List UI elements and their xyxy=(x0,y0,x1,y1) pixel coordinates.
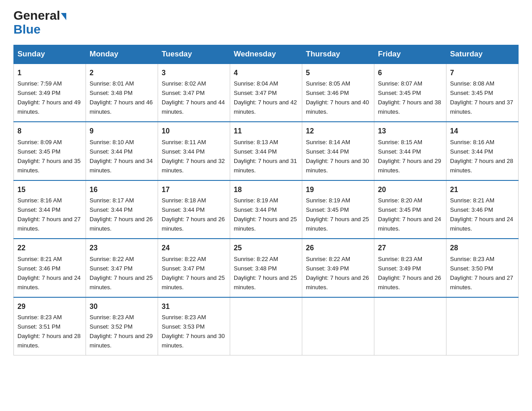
day-info: Sunrise: 8:14 AMSunset: 3:44 PMDaylight:… xyxy=(306,139,369,174)
day-number: 19 xyxy=(306,184,370,196)
day-info: Sunrise: 8:22 AMSunset: 3:48 PMDaylight:… xyxy=(234,256,297,291)
day-number: 5 xyxy=(306,68,370,79)
calendar-cell xyxy=(230,297,302,355)
logo-arrow-icon xyxy=(61,13,66,20)
day-number: 31 xyxy=(162,301,226,313)
day-number: 18 xyxy=(234,184,298,196)
weekday-header-row: SundayMondayTuesdayWednesdayThursdayFrid… xyxy=(14,45,519,64)
calendar-cell: 22 Sunrise: 8:21 AMSunset: 3:46 PMDaylig… xyxy=(14,239,86,297)
calendar-week-4: 22 Sunrise: 8:21 AMSunset: 3:46 PMDaylig… xyxy=(14,239,519,297)
weekday-header-tuesday: Tuesday xyxy=(158,45,230,64)
day-number: 26 xyxy=(306,243,370,254)
calendar-cell: 31 Sunrise: 8:23 AMSunset: 3:53 PMDaylig… xyxy=(158,297,230,355)
day-number: 6 xyxy=(378,68,442,79)
day-number: 16 xyxy=(90,184,154,196)
calendar-table: SundayMondayTuesdayWednesdayThursdayFrid… xyxy=(13,45,519,355)
day-info: Sunrise: 8:10 AMSunset: 3:44 PMDaylight:… xyxy=(90,139,153,174)
day-info: Sunrise: 8:19 AMSunset: 3:44 PMDaylight:… xyxy=(234,197,297,232)
calendar-cell: 30 Sunrise: 8:23 AMSunset: 3:52 PMDaylig… xyxy=(86,297,158,355)
calendar-cell: 6 Sunrise: 8:07 AMSunset: 3:45 PMDayligh… xyxy=(374,64,446,122)
day-info: Sunrise: 8:18 AMSunset: 3:44 PMDaylight:… xyxy=(162,197,225,232)
day-info: Sunrise: 8:16 AMSunset: 3:44 PMDaylight:… xyxy=(450,139,513,174)
day-number: 30 xyxy=(90,301,154,313)
logo-blue-text: Blue xyxy=(13,22,41,36)
day-info: Sunrise: 8:20 AMSunset: 3:45 PMDaylight:… xyxy=(378,197,441,232)
calendar-cell: 16 Sunrise: 8:17 AMSunset: 3:44 PMDaylig… xyxy=(86,180,158,239)
day-number: 2 xyxy=(90,68,154,79)
day-number: 27 xyxy=(378,243,442,254)
day-info: Sunrise: 8:23 AMSunset: 3:50 PMDaylight:… xyxy=(450,256,513,291)
day-info: Sunrise: 8:09 AMSunset: 3:45 PMDaylight:… xyxy=(17,139,81,174)
logo: GeneralBlue xyxy=(13,9,66,37)
calendar-week-5: 29 Sunrise: 8:23 AMSunset: 3:51 PMDaylig… xyxy=(14,297,519,355)
day-info: Sunrise: 8:22 AMSunset: 3:47 PMDaylight:… xyxy=(162,256,225,291)
day-info: Sunrise: 8:21 AMSunset: 3:46 PMDaylight:… xyxy=(17,256,81,291)
day-info: Sunrise: 8:22 AMSunset: 3:47 PMDaylight:… xyxy=(90,256,153,291)
day-number: 7 xyxy=(450,68,515,79)
calendar-cell: 27 Sunrise: 8:23 AMSunset: 3:49 PMDaylig… xyxy=(374,239,446,297)
day-info: Sunrise: 8:01 AMSunset: 3:48 PMDaylight:… xyxy=(90,80,153,115)
calendar-cell: 1 Sunrise: 7:59 AMSunset: 3:49 PMDayligh… xyxy=(14,64,86,122)
day-number: 28 xyxy=(450,243,515,254)
day-info: Sunrise: 8:05 AMSunset: 3:46 PMDaylight:… xyxy=(306,80,369,115)
calendar-cell: 8 Sunrise: 8:09 AMSunset: 3:45 PMDayligh… xyxy=(14,122,86,180)
day-number: 8 xyxy=(17,126,82,137)
calendar-cell: 11 Sunrise: 8:13 AMSunset: 3:44 PMDaylig… xyxy=(230,122,302,180)
weekday-header-saturday: Saturday xyxy=(446,45,519,64)
calendar-body: 1 Sunrise: 7:59 AMSunset: 3:49 PMDayligh… xyxy=(14,64,519,355)
day-info: Sunrise: 8:13 AMSunset: 3:44 PMDaylight:… xyxy=(234,139,297,174)
day-number: 12 xyxy=(306,126,370,137)
weekday-header-monday: Monday xyxy=(86,45,158,64)
calendar-cell: 18 Sunrise: 8:19 AMSunset: 3:44 PMDaylig… xyxy=(230,180,302,239)
calendar-cell: 7 Sunrise: 8:08 AMSunset: 3:45 PMDayligh… xyxy=(446,64,519,122)
calendar-cell: 17 Sunrise: 8:18 AMSunset: 3:44 PMDaylig… xyxy=(158,180,230,239)
day-info: Sunrise: 8:22 AMSunset: 3:49 PMDaylight:… xyxy=(306,256,369,291)
calendar-cell: 10 Sunrise: 8:11 AMSunset: 3:44 PMDaylig… xyxy=(158,122,230,180)
calendar-cell: 12 Sunrise: 8:14 AMSunset: 3:44 PMDaylig… xyxy=(302,122,374,180)
day-info: Sunrise: 8:04 AMSunset: 3:47 PMDaylight:… xyxy=(234,80,297,115)
calendar-cell: 26 Sunrise: 8:22 AMSunset: 3:49 PMDaylig… xyxy=(302,239,374,297)
logo-text: GeneralBlue xyxy=(13,9,66,37)
day-info: Sunrise: 8:15 AMSunset: 3:44 PMDaylight:… xyxy=(378,139,441,174)
day-info: Sunrise: 8:02 AMSunset: 3:47 PMDaylight:… xyxy=(162,80,225,115)
calendar-cell: 20 Sunrise: 8:20 AMSunset: 3:45 PMDaylig… xyxy=(374,180,446,239)
calendar-week-1: 1 Sunrise: 7:59 AMSunset: 3:49 PMDayligh… xyxy=(14,64,519,122)
day-number: 10 xyxy=(162,126,226,137)
day-number: 29 xyxy=(17,301,82,313)
calendar-cell xyxy=(446,297,519,355)
day-info: Sunrise: 8:11 AMSunset: 3:44 PMDaylight:… xyxy=(162,139,225,174)
day-info: Sunrise: 8:08 AMSunset: 3:45 PMDaylight:… xyxy=(450,80,513,115)
calendar-header: SundayMondayTuesdayWednesdayThursdayFrid… xyxy=(14,45,519,64)
day-info: Sunrise: 8:23 AMSunset: 3:53 PMDaylight:… xyxy=(162,314,225,349)
day-info: Sunrise: 8:23 AMSunset: 3:52 PMDaylight:… xyxy=(90,314,153,349)
calendar-cell: 24 Sunrise: 8:22 AMSunset: 3:47 PMDaylig… xyxy=(158,239,230,297)
weekday-header-friday: Friday xyxy=(374,45,446,64)
day-number: 4 xyxy=(234,68,298,79)
weekday-header-sunday: Sunday xyxy=(14,45,86,64)
day-info: Sunrise: 8:23 AMSunset: 3:49 PMDaylight:… xyxy=(378,256,441,291)
calendar-cell: 13 Sunrise: 8:15 AMSunset: 3:44 PMDaylig… xyxy=(374,122,446,180)
day-info: Sunrise: 8:19 AMSunset: 3:45 PMDaylight:… xyxy=(306,197,369,232)
calendar-cell: 9 Sunrise: 8:10 AMSunset: 3:44 PMDayligh… xyxy=(86,122,158,180)
day-number: 21 xyxy=(450,184,515,196)
day-number: 9 xyxy=(90,126,154,137)
day-number: 15 xyxy=(17,184,82,196)
day-number: 25 xyxy=(234,243,298,254)
day-info: Sunrise: 8:23 AMSunset: 3:51 PMDaylight:… xyxy=(17,314,81,349)
calendar-cell: 23 Sunrise: 8:22 AMSunset: 3:47 PMDaylig… xyxy=(86,239,158,297)
calendar-cell: 3 Sunrise: 8:02 AMSunset: 3:47 PMDayligh… xyxy=(158,64,230,122)
day-info: Sunrise: 8:16 AMSunset: 3:44 PMDaylight:… xyxy=(17,197,81,232)
day-info: Sunrise: 8:07 AMSunset: 3:45 PMDaylight:… xyxy=(378,80,441,115)
day-info: Sunrise: 8:17 AMSunset: 3:44 PMDaylight:… xyxy=(90,197,153,232)
day-number: 22 xyxy=(17,243,82,254)
calendar-cell: 15 Sunrise: 8:16 AMSunset: 3:44 PMDaylig… xyxy=(14,180,86,239)
day-info: Sunrise: 8:21 AMSunset: 3:46 PMDaylight:… xyxy=(450,197,513,232)
weekday-header-thursday: Thursday xyxy=(302,45,374,64)
day-number: 24 xyxy=(162,243,226,254)
calendar-week-2: 8 Sunrise: 8:09 AMSunset: 3:45 PMDayligh… xyxy=(14,122,519,180)
calendar-cell: 5 Sunrise: 8:05 AMSunset: 3:46 PMDayligh… xyxy=(302,64,374,122)
calendar-cell xyxy=(302,297,374,355)
day-info: Sunrise: 7:59 AMSunset: 3:49 PMDaylight:… xyxy=(17,80,81,115)
day-number: 11 xyxy=(234,126,298,137)
day-number: 1 xyxy=(17,68,82,79)
